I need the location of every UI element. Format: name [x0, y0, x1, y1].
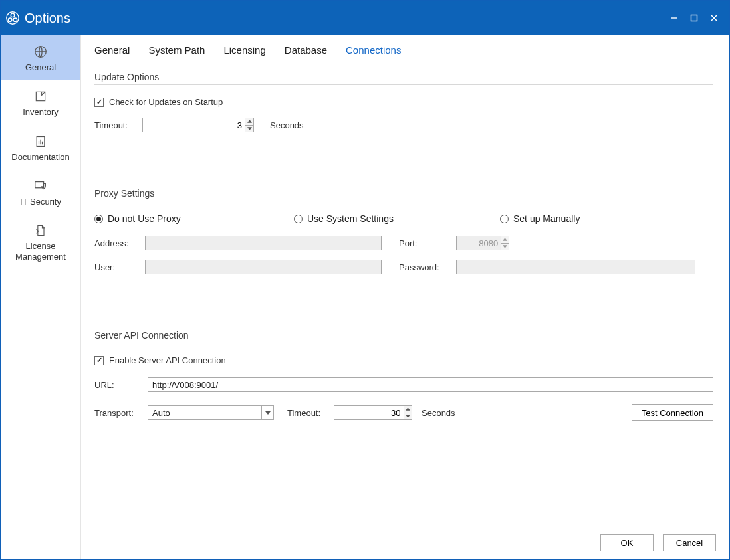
- radio-icon: [500, 215, 509, 223]
- close-button[interactable]: [704, 8, 724, 28]
- spin-up-icon[interactable]: [245, 118, 253, 125]
- server-timeout-label: Timeout:: [287, 408, 334, 418]
- proxy-port-label: Port:: [384, 238, 437, 248]
- proxy-port-input[interactable]: [456, 236, 509, 250]
- test-connection-button[interactable]: Test Connection: [632, 404, 713, 421]
- inventory-icon: [32, 89, 49, 104]
- ok-button[interactable]: OK: [600, 534, 654, 551]
- sidebar-item-label: License Management: [3, 241, 78, 263]
- update-timeout-input[interactable]: [142, 118, 254, 132]
- proxy-port-value[interactable]: [457, 236, 501, 250]
- tab-database[interactable]: Database: [285, 45, 327, 56]
- sidebar-item-label: Inventory: [23, 107, 58, 118]
- server-timeout-value[interactable]: [334, 406, 404, 419]
- window-title: Options: [25, 11, 70, 26]
- sidebar-item-it-security[interactable]: IT Security: [1, 169, 80, 214]
- server-transport-value: Auto: [152, 408, 170, 418]
- globe-icon: [32, 45, 49, 59]
- spin-down-icon[interactable]: [404, 413, 412, 420]
- section-title-update: Update Options: [94, 72, 713, 85]
- tab-licensing[interactable]: Licensing: [223, 45, 265, 56]
- svg-point-2: [8, 18, 12, 22]
- sidebar-item-documentation[interactable]: Documentation: [1, 125, 80, 169]
- tabs: General System Path Licensing Database C…: [94, 41, 716, 62]
- sidebar-item-label: Documentation: [11, 152, 69, 163]
- proxy-radio-system[interactable]: Use System Settings: [294, 213, 500, 224]
- tab-system-path[interactable]: System Path: [148, 45, 205, 56]
- spin-down-icon[interactable]: [501, 243, 509, 250]
- documentation-icon: [32, 134, 49, 149]
- maximize-button[interactable]: [684, 8, 704, 28]
- server-url-input[interactable]: [148, 377, 713, 392]
- spin-up-icon[interactable]: [501, 236, 509, 243]
- svg-point-1: [11, 13, 15, 17]
- server-transport-select[interactable]: Auto: [148, 405, 274, 420]
- app-icon: [5, 10, 21, 26]
- sidebar-item-label: IT Security: [20, 197, 61, 207]
- proxy-password-label: Password:: [384, 262, 437, 272]
- svg-rect-5: [691, 15, 697, 21]
- proxy-radio-label: Use System Settings: [307, 213, 394, 224]
- server-timeout-input[interactable]: [334, 405, 412, 420]
- section-title-server: Server API Connection: [94, 330, 713, 343]
- proxy-user-input[interactable]: [145, 260, 382, 274]
- tab-connections[interactable]: Connections: [346, 45, 401, 56]
- check-updates-checkbox[interactable]: [94, 98, 104, 107]
- proxy-address-input[interactable]: [145, 236, 382, 250]
- minimize-button[interactable]: [664, 8, 684, 28]
- sidebar: General Inventory Documentation: [1, 35, 81, 559]
- tab-general[interactable]: General: [94, 45, 130, 56]
- cancel-button[interactable]: Cancel: [663, 534, 716, 551]
- server-timeout-unit: Seconds: [422, 408, 455, 418]
- proxy-radio-none[interactable]: Do not Use Proxy: [94, 213, 294, 224]
- chevron-down-icon: [261, 406, 273, 419]
- proxy-radio-label: Do not Use Proxy: [108, 213, 181, 224]
- section-title-proxy: Proxy Settings: [94, 188, 713, 201]
- ok-button-label: OK: [621, 538, 634, 548]
- proxy-radio-label: Set up Manually: [513, 213, 580, 224]
- proxy-radio-manual[interactable]: Set up Manually: [500, 213, 580, 224]
- proxy-password-input[interactable]: [456, 260, 695, 274]
- update-timeout-unit: Seconds: [270, 120, 304, 130]
- update-timeout-value[interactable]: [143, 118, 245, 132]
- server-transport-label: Transport:: [94, 408, 148, 418]
- radio-icon: [294, 215, 303, 223]
- enable-server-api-checkbox[interactable]: [94, 356, 104, 365]
- shield-icon: [32, 179, 49, 193]
- svg-point-3: [13, 18, 17, 22]
- sidebar-item-label: General: [25, 62, 56, 73]
- enable-server-api-label: Enable Server API Connection: [109, 355, 226, 365]
- server-url-label: URL:: [94, 380, 148, 390]
- proxy-user-label: User:: [94, 262, 145, 272]
- proxy-address-label: Address:: [94, 238, 145, 248]
- spin-down-icon[interactable]: [245, 125, 253, 132]
- titlebar: Options: [1, 1, 729, 35]
- radio-icon: [94, 215, 103, 223]
- spin-up-icon[interactable]: [404, 406, 412, 413]
- license-icon: [32, 223, 49, 238]
- update-timeout-label: Timeout:: [94, 120, 142, 130]
- sidebar-item-general[interactable]: General: [1, 35, 80, 80]
- check-updates-label: Check for Updates on Startup: [109, 97, 223, 107]
- sidebar-item-inventory[interactable]: Inventory: [1, 80, 80, 124]
- sidebar-item-license-management[interactable]: License Management: [1, 214, 80, 270]
